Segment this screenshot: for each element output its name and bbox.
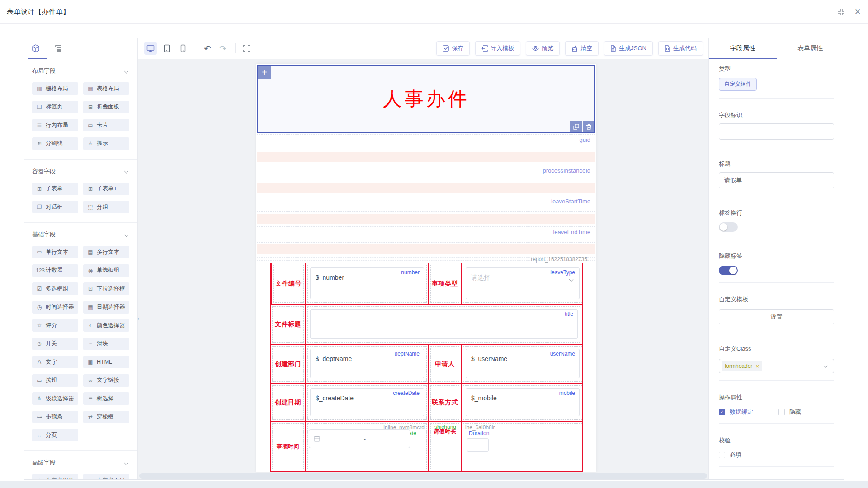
- tab-outline[interactable]: [53, 43, 64, 54]
- sidebar-field-item[interactable]: ≡ 滑块: [83, 338, 129, 350]
- label-cell[interactable]: 创建部门: [271, 345, 305, 383]
- title-input[interactable]: [719, 172, 834, 188]
- select-input[interactable]: 请选择 leaveType: [466, 267, 580, 299]
- template-settings-button[interactable]: 设置: [719, 309, 834, 324]
- data-bind-checkbox-label[interactable]: 数据绑定: [730, 408, 753, 416]
- save-button[interactable]: 保存: [436, 41, 470, 56]
- hidden-field-widget[interactable]: leaveEndTime: [257, 226, 595, 243]
- delete-widget-icon[interactable]: [583, 121, 594, 132]
- form-header-widget-selected[interactable]: 人事办件 +: [257, 65, 595, 133]
- sidebar-field-item[interactable]: ⊶ 步骤条: [32, 411, 78, 423]
- section-header[interactable]: 基础字段: [32, 230, 129, 239]
- field-cell-leave-type[interactable]: 请选择 leaveType: [461, 263, 584, 304]
- sidebar-field-item[interactable]: ⇄ 穿梭框: [83, 411, 129, 423]
- section-header[interactable]: 容器字段: [32, 167, 129, 175]
- collapse-left-panel-icon[interactable]: ‹: [138, 311, 143, 325]
- sidebar-field-item[interactable]: ❏ 标签页: [32, 101, 78, 113]
- sidebar-field-item[interactable]: ⊕ 自定义布局: [83, 474, 129, 479]
- hide-checkbox[interactable]: [778, 409, 785, 415]
- horizontal-scrollbar[interactable]: [139, 473, 707, 479]
- field-cell-duration[interactable]: ine_6ai0h8lr Duration: [461, 422, 584, 471]
- sidebar-field-item[interactable]: ⊙ 开关: [32, 338, 78, 350]
- sidebar-field-item[interactable]: ✦ 自定义组件: [32, 474, 78, 479]
- duration-input[interactable]: [467, 438, 489, 452]
- hidden-field-widget[interactable]: leaveStartTime: [257, 196, 595, 212]
- preview-button[interactable]: 预览: [526, 41, 560, 56]
- collapse-right-panel-icon[interactable]: ›: [703, 311, 708, 325]
- fullscreen-icon[interactable]: [241, 42, 253, 54]
- data-bind-checkbox[interactable]: ✓: [719, 409, 725, 415]
- sidebar-field-item[interactable]: ❐ 对话框: [32, 201, 78, 213]
- sidebar-field-item[interactable]: ⚠ 提示: [83, 137, 129, 150]
- sidebar-field-item[interactable]: ▭ 单行文本: [32, 246, 78, 258]
- label-cell[interactable]: 文件标题: [271, 305, 305, 344]
- sidebar-field-item[interactable]: ☆ 评分: [32, 319, 78, 332]
- field-cell-create-date[interactable]: $_createDate createDate: [305, 384, 428, 421]
- text-input[interactable]: title: [310, 309, 578, 339]
- device-desktop-button[interactable]: [144, 42, 157, 55]
- clear-button[interactable]: 清空: [565, 41, 599, 56]
- device-tablet-button[interactable]: [160, 42, 173, 55]
- field-cell-dept[interactable]: $_deptName deptName: [305, 345, 428, 383]
- hidden-field-widget[interactable]: guid: [257, 134, 595, 150]
- label-cell[interactable]: 事项时间: [271, 422, 305, 471]
- field-cell-username[interactable]: $_userName userName: [461, 345, 584, 383]
- sidebar-field-item[interactable]: ≣ 树选择: [83, 392, 129, 405]
- sidebar-field-item[interactable]: ◐ 颜色选择器: [83, 319, 129, 332]
- sidebar-field-item[interactable]: ▦ 表格布局: [83, 82, 129, 95]
- import-template-button[interactable]: 导入模板: [475, 41, 520, 56]
- sidebar-field-item[interactable]: ∞ 文字链接: [83, 374, 129, 387]
- sidebar-field-item[interactable]: ▣ HTML: [83, 356, 129, 368]
- sidebar-field-item[interactable]: ▤ 多行文本: [83, 246, 129, 258]
- text-input[interactable]: $_userName userName: [466, 349, 580, 378]
- text-input[interactable]: $_createDate createDate: [310, 388, 424, 416]
- label-cell[interactable]: 事项类型: [428, 263, 461, 304]
- section-header[interactable]: 布局字段: [32, 67, 129, 75]
- label-cell[interactable]: 文件编号: [271, 263, 305, 304]
- sidebar-field-item[interactable]: ▥ 栅格布局: [32, 82, 78, 95]
- label-cell-duration[interactable]: shichang 请假时长: [428, 422, 461, 471]
- sidebar-field-item[interactable]: ☑ 多选框组: [32, 282, 78, 295]
- remove-tag-icon[interactable]: ×: [755, 363, 759, 370]
- hide-label-toggle[interactable]: [719, 266, 738, 275]
- sidebar-field-item[interactable]: ⊡ 下拉选择框: [83, 282, 129, 295]
- text-input[interactable]: $_number number: [310, 267, 424, 299]
- date-range-picker[interactable]: -: [309, 429, 410, 448]
- sidebar-field-item[interactable]: ☰ 行内布局: [32, 119, 78, 131]
- close-icon[interactable]: ✕: [854, 8, 862, 16]
- sidebar-field-item[interactable]: ◷ 时间选择器: [32, 301, 78, 314]
- drag-handle-icon[interactable]: +: [258, 66, 271, 79]
- label-wrap-toggle[interactable]: [719, 222, 738, 232]
- custom-class-select[interactable]: formheader ×: [719, 359, 834, 373]
- sidebar-field-item[interactable]: ≋ 分割线: [32, 137, 78, 150]
- sidebar-field-item[interactable]: ⋔ 级联选择器: [32, 392, 78, 405]
- sidebar-field-item[interactable]: ▦ 日期选择器: [83, 301, 129, 314]
- redo-icon[interactable]: ↷: [217, 42, 229, 54]
- required-checkbox[interactable]: [719, 452, 725, 458]
- sidebar-field-item[interactable]: ▭ 按钮: [32, 374, 78, 387]
- field-cell-mobile[interactable]: $_mobile mobile: [461, 384, 584, 421]
- sidebar-field-item[interactable]: ⊞ 子表单+: [83, 183, 129, 195]
- field-cell-number[interactable]: $_number number: [305, 263, 428, 304]
- sidebar-field-item[interactable]: ◉ 单选框组: [83, 264, 129, 277]
- text-input[interactable]: $_mobile mobile: [466, 388, 580, 416]
- label-cell[interactable]: 联系方式: [428, 384, 461, 421]
- hide-checkbox-label[interactable]: 隐藏: [789, 408, 801, 416]
- undo-icon[interactable]: ↶: [202, 42, 213, 54]
- tab-form-props[interactable]: 表单属性: [777, 38, 844, 59]
- text-input[interactable]: $_deptName deptName: [310, 349, 424, 378]
- label-cell[interactable]: 创建日期: [271, 384, 305, 421]
- generate-json-button[interactable]: 生成JSON: [604, 41, 653, 56]
- sidebar-field-item[interactable]: ▭ 卡片: [83, 119, 129, 131]
- tab-field-props[interactable]: 字段属性: [709, 38, 777, 59]
- sidebar-field-item[interactable]: ⬚ 分组: [83, 201, 129, 213]
- compress-icon[interactable]: [837, 8, 845, 16]
- field-cell-leave-date[interactable]: inline_nym8mcrd leavedate -: [305, 422, 428, 471]
- sidebar-field-item[interactable]: A 文字: [32, 356, 78, 368]
- required-checkbox-label[interactable]: 必填: [730, 451, 741, 459]
- sidebar-field-item[interactable]: ⊟ 折叠面板: [83, 101, 129, 113]
- sidebar-field-item[interactable]: ↔ 分页: [32, 429, 78, 441]
- generate-code-button[interactable]: 生成代码: [658, 41, 703, 56]
- tab-components[interactable]: [30, 43, 41, 54]
- hidden-field-widget[interactable]: processInstanceId: [257, 165, 595, 181]
